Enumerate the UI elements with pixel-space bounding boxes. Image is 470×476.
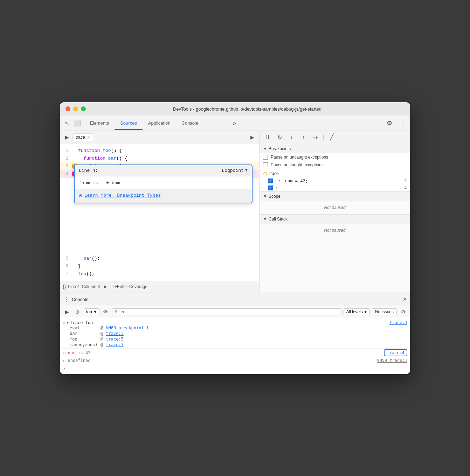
trace-eval-label: eval	[70, 326, 98, 330]
trace-anon-link[interactable]: trace:7	[106, 342, 124, 347]
cursor-icon[interactable]: ↖	[63, 119, 71, 127]
run-button[interactable]: ▶	[102, 284, 108, 290]
console-panel: ⋮ Console × ▶ ⊘ top ▼ 👁 All levels ▼	[60, 293, 410, 374]
logpoint-type-select[interactable]: Logpoint ▼	[222, 168, 248, 173]
trace-group-header[interactable]: ⊙ ▼ trace foo trace:3	[63, 320, 407, 325]
trace-eval-link[interactable]: VM69_breakpoint:1	[106, 326, 149, 330]
learn-more-link[interactable]: ⊙ Learn more: Breakpoint Types	[79, 192, 248, 199]
bp-code-1: let num = 42;	[275, 178, 402, 183]
section-collapse-icon: ▼	[263, 146, 267, 151]
trace-stack-lines: eval @ VM69_breakpoint:1 bar @ trace:3 f…	[63, 325, 407, 348]
breakpoints-header[interactable]: ▼ Breakpoints	[260, 144, 410, 153]
logpoint-type-text: Logpoint	[222, 168, 243, 173]
add-snippet-icon[interactable]: ▶	[248, 133, 256, 141]
console-clear-icon[interactable]: ⊘	[73, 308, 82, 316]
console-context-selector[interactable]: top ▼	[84, 308, 99, 315]
line-num-1: 1	[60, 148, 71, 153]
all-levels-text: All levels	[346, 309, 362, 314]
tab-application[interactable]: Application	[143, 117, 176, 130]
logpoint-expression-input[interactable]	[79, 180, 248, 185]
console-run-icon[interactable]: ▶	[63, 308, 71, 316]
devtools-content: ↖ ⬜ Elements Sources Application Console…	[60, 116, 410, 374]
breakpoints-title: Breakpoints	[269, 146, 291, 151]
tab-elements[interactable]: Elements	[84, 117, 115, 130]
bp-line-2: 4	[404, 186, 407, 190]
device-icon[interactable]: ⬜	[73, 119, 82, 127]
tab-console[interactable]: Console	[176, 117, 204, 130]
trace-at-label-3: @	[101, 337, 103, 342]
trace-foo-label: foo	[70, 337, 98, 342]
callstack-section: ▼ Call Stack Not paused	[260, 215, 410, 237]
window-title: DevTools - googlechrome.github.io/devtoo…	[90, 106, 405, 112]
nav-tabs: Elements Sources Application Console	[84, 117, 230, 130]
line-num-4: 4	[60, 172, 71, 176]
console-close-icon[interactable]: ×	[403, 296, 407, 303]
output-entry-icon: ⊙	[63, 350, 65, 356]
trace-stack-item-foo: foo @ trace:5	[70, 336, 407, 342]
code-line-6: 6 }	[60, 262, 259, 270]
scope-header[interactable]: ▼ Scope	[260, 192, 410, 201]
callstack-not-paused: Not paused	[324, 228, 345, 233]
file-tab[interactable]: trace ×	[72, 133, 93, 141]
console-repl-input[interactable]	[65, 366, 407, 371]
settings-icon[interactable]: ⚙	[384, 118, 395, 128]
callstack-content: Not paused	[260, 224, 410, 237]
more-tabs-icon[interactable]: »	[230, 117, 239, 130]
deactivate-breakpoints-icon[interactable]: ╱	[327, 133, 336, 142]
file-tab-close[interactable]: ×	[87, 134, 90, 140]
no-issues-button[interactable]: No Issues	[372, 308, 397, 315]
all-levels-button[interactable]: All levels ▼	[344, 308, 369, 315]
callstack-header[interactable]: ▼ Call Stack	[260, 215, 410, 224]
trace-bar-link[interactable]: trace:3	[106, 331, 124, 336]
trace-foo-link[interactable]: trace:5	[106, 337, 124, 342]
left-panel: ▶ trace × ▶ 1	[60, 131, 260, 293]
line-num-3: 3	[60, 164, 71, 169]
bp-checkbox-2[interactable]: ✓	[268, 186, 273, 190]
console-settings-icon[interactable]: ⚙	[399, 308, 407, 316]
pause-uncaught-label: Pause on uncaught exceptions	[271, 155, 328, 160]
step-into-icon[interactable]: ↓	[287, 133, 296, 142]
no-issues-text: No Issues	[375, 309, 394, 314]
pause-uncaught-checkbox[interactable]	[263, 155, 268, 160]
callstack-title: Call Stack	[269, 217, 288, 222]
fullscreen-button[interactable]	[81, 106, 86, 111]
status-bar: {} Line 4, Column 3 ▶ ⌘+Enter Coverage	[60, 281, 259, 293]
run-shortcut: ⌘+Enter	[110, 284, 127, 289]
pause-caught-checkbox[interactable]	[263, 162, 268, 167]
step-over-icon[interactable]: ↻	[275, 133, 284, 142]
vm-ref-link[interactable]: VM59_trace:1	[377, 358, 407, 363]
close-button[interactable]	[65, 106, 70, 111]
continue-icon[interactable]: ⇢	[311, 133, 320, 142]
tab-sources[interactable]: Sources	[115, 117, 143, 130]
scope-title: Scope	[269, 194, 281, 199]
breakpoint-item-2: ✓ } 4	[260, 184, 410, 191]
console-eye-icon[interactable]: 👁	[102, 308, 110, 316]
code-content-7: foo();	[78, 271, 259, 276]
logpoint-input-area[interactable]	[75, 176, 252, 189]
trace-at-label: @	[101, 326, 103, 330]
num-is-text: num is 42	[68, 350, 90, 355]
console-filter-input[interactable]	[112, 308, 342, 315]
console-menu-icon[interactable]: ⋮	[63, 296, 69, 303]
bp-checkbox-1[interactable]: ✓	[268, 178, 273, 183]
step-out-icon[interactable]: ↑	[299, 133, 308, 142]
trace-ref[interactable]: trace:3	[389, 320, 407, 325]
trace4-badge[interactable]: trace:4	[384, 349, 407, 356]
pause-icon[interactable]: ⏸	[263, 133, 272, 142]
breakpoints-section: ▼ Breakpoints Pause on uncaught exceptio…	[260, 144, 410, 192]
toolbar-right: ▶	[248, 133, 256, 141]
file-tab-name: trace	[76, 135, 85, 140]
main-content: ▶ trace × ▶ 1	[60, 131, 410, 293]
trace-ref-link[interactable]: trace:3	[389, 320, 407, 325]
more-options-icon[interactable]: ⋮	[397, 118, 407, 128]
minimize-button[interactable]	[73, 106, 78, 111]
toggle-sidebar-icon[interactable]: ▶	[63, 133, 71, 141]
external-link-icon: ⊙	[79, 192, 82, 199]
trace-anon-label: (anonymous)	[70, 342, 98, 347]
pause-caught-label: Pause on caught exceptions	[271, 162, 324, 167]
logpoint-header: Line 4: Logpoint ▼	[75, 165, 252, 176]
console-header: ⋮ Console ×	[60, 293, 410, 306]
code-line-7: 7 foo();	[60, 270, 259, 278]
cursor-position: Line 4, Column 3	[68, 284, 100, 289]
code-editor[interactable]: 1 function foo() { 2 function bar() {	[60, 144, 259, 281]
